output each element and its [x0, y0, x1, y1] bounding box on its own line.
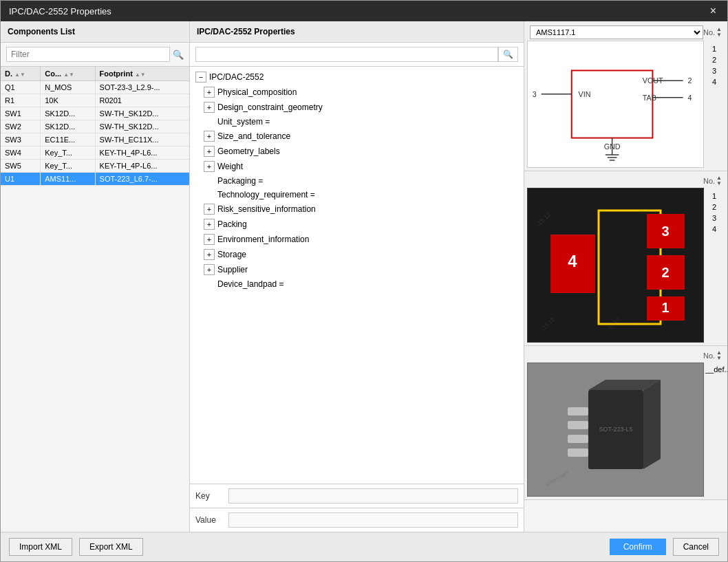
tree-item[interactable]: Device_landpad = [190, 277, 524, 291]
root-collapse-icon[interactable]: − [195, 72, 206, 83]
col-header-footprint[interactable]: Footprint ▲▼ [95, 67, 189, 81]
tree-item-label: Packing [217, 219, 247, 229]
svg-text:4: 4 [568, 252, 577, 270]
table-row[interactable]: SW5Key_T...KEY-TH_4P-L6... [1, 160, 189, 173]
tree-item[interactable]: +Risk_sensitive_information [190, 202, 524, 217]
filter-input[interactable] [6, 47, 170, 62]
props-search-input[interactable] [195, 47, 498, 62]
no-down-button[interactable]: ▼ [716, 32, 722, 38]
tree-item-label: Environment_information [217, 235, 309, 244]
main-content: Components List 🔍 D. ▲▼ Co... ▲▼ Footpri… [1, 21, 727, 532]
key-input[interactable] [228, 488, 518, 504]
tree-item[interactable]: +Supplier [190, 262, 524, 277]
tree-item-label: Weight [217, 162, 243, 171]
tree-item[interactable]: +Design_constraint_geometry [190, 100, 524, 115]
table-cell-des: SW4 [1, 147, 41, 160]
comp-table: D. ▲▼ Co... ▲▼ Footprint ▲▼ Q1N_MOSSOT-2… [1, 67, 189, 186]
expand-icon[interactable]: + [204, 264, 215, 275]
pcb-no-label: No. [703, 177, 715, 185]
pcb-header-row: No. ▲ ▼ [527, 174, 725, 188]
tree-item[interactable]: +Weight [190, 159, 524, 174]
table-body: Q1N_MOSSOT-23-3_L2.9-...R110KR0201SW1SK1… [1, 81, 189, 186]
table-cell-footprint: SW-TH_SK12D... [95, 120, 189, 133]
expand-icon[interactable]: + [204, 219, 215, 230]
expand-icon[interactable]: + [204, 131, 215, 142]
right-panel: AMS1117.1 No. ▲ ▼ [524, 21, 727, 532]
schematic-preview: 3 VIN GND 2 VOUT [527, 41, 704, 168]
expand-icon[interactable]: + [204, 87, 215, 98]
col-header-comp[interactable]: Co... ▲▼ [41, 67, 95, 81]
pcb-no-spinner: No. ▲ ▼ [703, 175, 722, 186]
tree-root[interactable]: − IPC/DAC-2552 [190, 69, 524, 85]
model-def-label: __def... [705, 365, 723, 374]
tree-item-label: Design_constraint_geometry [217, 102, 323, 112]
expand-icon[interactable]: + [204, 234, 215, 245]
schematic-with-nums: 3 VIN GND 2 VOUT [527, 41, 725, 168]
table-cell-comp: SK12D... [41, 120, 95, 133]
table-cell-comp: AMS11... [41, 173, 95, 186]
import-xml-button[interactable]: Import XML [9, 538, 72, 556]
pcb-num-3[interactable]: 3 [704, 213, 725, 224]
table-cell-footprint: KEY-TH_4P-L6... [95, 147, 189, 160]
tree-item[interactable]: +Packing [190, 217, 524, 232]
col-header-des[interactable]: D. ▲▼ [1, 67, 41, 81]
expand-icon[interactable]: + [204, 146, 215, 157]
pcb-section: No. ▲ ▼ -15.12 -15.12 -15 [524, 171, 727, 346]
footprint-select[interactable]: AMS1117.1 [530, 25, 703, 39]
table-row[interactable]: U1AMS11...SOT-223_L6.7-... [1, 173, 189, 186]
num-item-3[interactable]: 3 [704, 65, 725, 76]
props-search-button[interactable]: 🔍 [498, 47, 518, 62]
confirm-button[interactable]: Confirm [610, 539, 666, 555]
model-with-def: SOT-223-L5 watermark __def... [527, 363, 725, 497]
pcb-num-1[interactable]: 1 [704, 191, 725, 202]
export-xml-button[interactable]: Export XML [79, 538, 143, 556]
table-cell-des: Q1 [1, 81, 41, 94]
pcb-no-down-button[interactable]: ▼ [716, 181, 722, 186]
expand-icon[interactable]: + [204, 102, 215, 113]
table-row[interactable]: SW1SK12D...SW-TH_SK12D... [1, 107, 189, 120]
tree-item-label: Supplier [217, 265, 248, 274]
num-item-1[interactable]: 1 [704, 43, 725, 54]
tree-item[interactable]: +Physical_composition [190, 85, 524, 100]
expand-icon[interactable]: + [204, 249, 215, 260]
tree-item[interactable]: +Environment_information [190, 232, 524, 247]
tree-item-label: Technology_requirement = [217, 190, 315, 199]
table-row[interactable]: SW2SK12D...SW-TH_SK12D... [1, 120, 189, 133]
tree-item[interactable]: +Geometry_labels [190, 144, 524, 159]
tree-item-label: Packaging = [217, 176, 263, 186]
table-cell-footprint: KEY-TH_4P-L6... [95, 160, 189, 173]
model-no-down-button[interactable]: ▼ [716, 356, 722, 361]
table-cell-footprint: SOT-23-3_L2.9-... [95, 81, 189, 94]
close-button[interactable]: × [707, 5, 719, 17]
pcb-num-4[interactable]: 4 [704, 224, 725, 235]
svg-text:-15.12: -15.12 [540, 316, 556, 332]
pcb-spinner-col: ▲ ▼ [716, 175, 722, 186]
tree-item[interactable]: Unit_system = [190, 115, 524, 129]
tree-item[interactable]: +Storage [190, 247, 524, 262]
table-cell-footprint: SW-TH_EC11X... [95, 133, 189, 147]
tree-item[interactable]: Packaging = [190, 174, 524, 188]
expand-icon[interactable]: + [204, 204, 215, 215]
svg-text:TAB: TAB [643, 94, 656, 102]
num-item-2[interactable]: 2 [704, 54, 725, 65]
table-row[interactable]: R110KR0201 [1, 94, 189, 107]
key-row: Key [190, 484, 524, 508]
cancel-button[interactable]: Cancel [673, 538, 719, 556]
tree-item[interactable]: Technology_requirement = [190, 188, 524, 202]
expand-icon[interactable]: + [204, 161, 215, 172]
schematic-svg: 3 VIN GND 2 VOUT [528, 41, 703, 167]
table-cell-des: SW1 [1, 107, 41, 120]
num-item-4[interactable]: 4 [704, 76, 725, 87]
filter-search-button[interactable]: 🔍 [173, 50, 184, 60]
pcb-nums: 1 2 3 4 [704, 188, 725, 343]
tree-line-spacer [204, 176, 215, 186]
table-cell-des: SW2 [1, 120, 41, 133]
key-label: Key [195, 491, 223, 501]
table-row[interactable]: Q1N_MOSSOT-23-3_L2.9-... [1, 81, 189, 94]
value-input[interactable] [228, 512, 518, 528]
table-row[interactable]: SW3EC11E...SW-TH_EC11X... [1, 133, 189, 147]
table-cell-des: U1 [1, 173, 41, 186]
pcb-num-2[interactable]: 2 [704, 202, 725, 213]
tree-item[interactable]: +Size_and_tolerance [190, 129, 524, 144]
table-row[interactable]: SW4Key_T...KEY-TH_4P-L6... [1, 147, 189, 160]
